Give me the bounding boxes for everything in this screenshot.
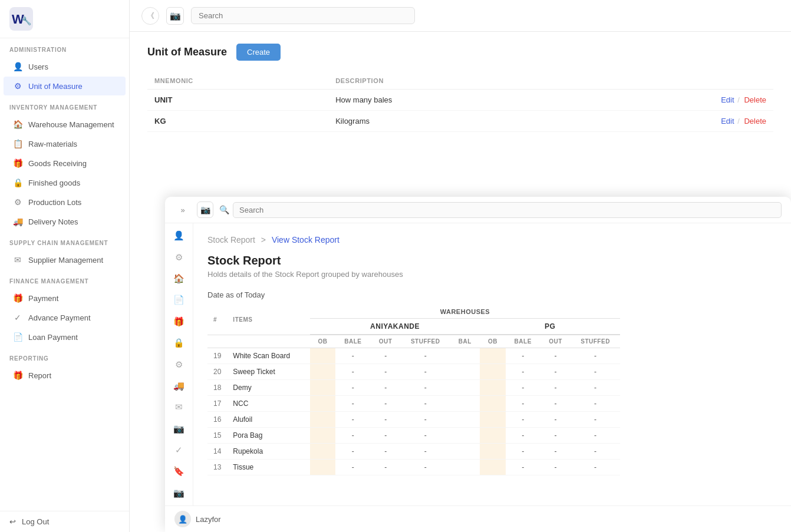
stuffed-val-2: -	[571, 396, 620, 412]
create-button[interactable]: Create	[236, 44, 281, 61]
edit-link[interactable]: Edit	[721, 95, 734, 104]
ob-val-1	[310, 364, 335, 380]
logout-button[interactable]: ↩ Log Out	[0, 511, 129, 532]
stuffed-val-2: -	[571, 428, 620, 444]
table-row: 14 Rupekola - - - - - -	[207, 444, 620, 460]
bale-val-2: -	[506, 460, 540, 475]
col-actions	[571, 72, 774, 90]
sidebar-icon-raw-materials: 📋	[13, 139, 22, 148]
sidebar-item-delivery-notes[interactable]: 🚚 Delivery Notes	[4, 212, 126, 231]
item-num: 15	[207, 428, 227, 444]
mini-icon-bookmark[interactable]: 🔖	[170, 465, 189, 478]
mini-icon-home[interactable]: 🏠	[170, 272, 189, 285]
col-hash-sub	[207, 335, 227, 348]
sidebar-icon-users: 👤	[13, 62, 22, 71]
sidebar-item-goods-receiving[interactable]: 🎁 Goods Receiving	[4, 154, 126, 173]
main-area: 《 📷 Unit of Measure Create MNEMONIC DESC…	[130, 0, 791, 532]
svg-text:🔧: 🔧	[21, 16, 32, 26]
topbar-search-input[interactable]	[191, 7, 415, 24]
mini-icon-gift[interactable]: 🎁	[170, 315, 189, 328]
table-row: 19 White Scan Board - - - - - -	[207, 348, 620, 364]
topbar-search-wrap	[191, 7, 415, 24]
item-num: 17	[207, 396, 227, 412]
table-row: 13 Tissue - - - - - -	[207, 460, 620, 475]
sidebar-item-users[interactable]: 👤 Users	[4, 57, 126, 76]
ob-val-2	[480, 396, 505, 412]
mini-icon-camera[interactable]: 📷	[170, 422, 189, 435]
bal-val-1	[450, 412, 480, 428]
overlay-footer: 👤 Lazyfor	[165, 505, 791, 532]
sidebar-label-finished-goods: Finished goods	[28, 179, 80, 187]
mini-icon-camera2[interactable]: 📷	[170, 487, 189, 500]
item-name: Pora Bag	[227, 428, 310, 444]
bal-val-1	[450, 444, 480, 460]
sidebar-item-warehouse-management[interactable]: 🏠 Warehouse Management	[4, 115, 126, 134]
stuffed-val-1: -	[401, 428, 450, 444]
overlay-search-input[interactable]	[233, 202, 782, 218]
sidebar-item-payment[interactable]: 🎁 Payment	[4, 289, 126, 308]
sidebar-item-advance-payment[interactable]: ✓ Advance Payment	[4, 308, 126, 327]
breadcrumb-parent[interactable]: Stock Report	[207, 235, 255, 244]
sidebar-item-report[interactable]: 🎁 Report	[4, 366, 126, 385]
sidebar-icon-goods-receiving: 🎁	[13, 158, 22, 168]
out-val-2: -	[540, 380, 571, 396]
sidebar-item-raw-materials[interactable]: 📋 Raw-materials	[4, 134, 126, 153]
item-name: Sweep Ticket	[227, 364, 310, 380]
user-avatar: 👤	[174, 511, 191, 527]
logout-label: Log Out	[22, 517, 49, 526]
sidebar-item-production-lots[interactable]: ⚙ Production Lots	[4, 193, 126, 212]
uom-description: How many bales	[328, 90, 570, 111]
sidebar-section-title-reporting: REPORTING	[0, 347, 129, 365]
bale-val-1: -	[335, 428, 370, 444]
sidebar-item-finished-goods[interactable]: 🔒 Finished goods	[4, 173, 126, 192]
mini-icon-doc[interactable]: 📄	[170, 293, 189, 306]
sidebar-icon-supplier-management: ✉	[13, 255, 22, 265]
overlay-camera-button[interactable]: 📷	[197, 201, 213, 218]
mini-icon-lock[interactable]: 🔒	[170, 336, 189, 349]
date-label: Date as of Today	[207, 290, 777, 299]
table-row: 20 Sweep Ticket - - - - - -	[207, 364, 620, 380]
mini-icon-check[interactable]: ✓	[170, 444, 189, 457]
sidebar-label-payment: Payment	[28, 294, 58, 303]
ob-val-1	[310, 460, 335, 475]
out-val-1: -	[370, 380, 400, 396]
overlay-footer-user: Lazyfor	[196, 515, 221, 524]
sidebar-item-unit-of-measure[interactable]: ⚙ Unit of Measure	[4, 77, 126, 95]
mini-icon-person[interactable]: 👤	[170, 229, 189, 242]
bale-val-1: -	[335, 396, 370, 412]
overlay-search-icon: 🔍	[219, 205, 229, 214]
warehouses-header: Warehouses	[310, 305, 620, 319]
bal-val-1	[450, 428, 480, 444]
logout-icon: ↩	[9, 517, 16, 526]
sidebar-item-supplier-management[interactable]: ✉ Supplier Management	[4, 250, 126, 269]
out-val-2: -	[540, 396, 571, 412]
uom-description: Kilograms	[328, 111, 570, 132]
col-ob-1: OB	[310, 335, 335, 348]
sidebar-item-loan-payment[interactable]: 📄 Loan Payment	[4, 328, 126, 346]
item-num: 19	[207, 348, 227, 364]
stuffed-val-1: -	[401, 412, 450, 428]
out-val-1: -	[370, 460, 400, 475]
stuffed-val-2: -	[571, 364, 620, 380]
ob-val-2	[480, 364, 505, 380]
edit-link[interactable]: Edit	[721, 117, 734, 125]
sidebar-label-warehouse-management: Warehouse Management	[28, 120, 114, 129]
overlay-expand-button[interactable]: »	[174, 201, 191, 218]
mini-icon-gear2[interactable]: ⚙	[170, 358, 189, 371]
col-out-1: OUT	[370, 335, 400, 348]
separator: /	[737, 95, 741, 104]
bal-val-1	[450, 348, 480, 364]
mini-icon-mail[interactable]: ✉	[170, 401, 189, 414]
sidebar-icon-warehouse-management: 🏠	[13, 120, 22, 129]
table-row: 18 Demy - - - - - -	[207, 380, 620, 396]
camera-button[interactable]: 📷	[166, 7, 184, 25]
delete-link[interactable]: Delete	[744, 117, 766, 125]
back-button[interactable]: 《	[141, 7, 159, 25]
app-logo: W 🔧	[9, 7, 33, 31]
mini-icon-gear[interactable]: ⚙	[170, 250, 189, 263]
mini-icon-truck[interactable]: 🚚	[170, 379, 189, 392]
sidebar-section-title-administration: ADMINISTRATION	[0, 38, 129, 57]
stuffed-val-1: -	[401, 348, 450, 364]
col-items: Items	[227, 305, 310, 335]
delete-link[interactable]: Delete	[744, 95, 766, 104]
